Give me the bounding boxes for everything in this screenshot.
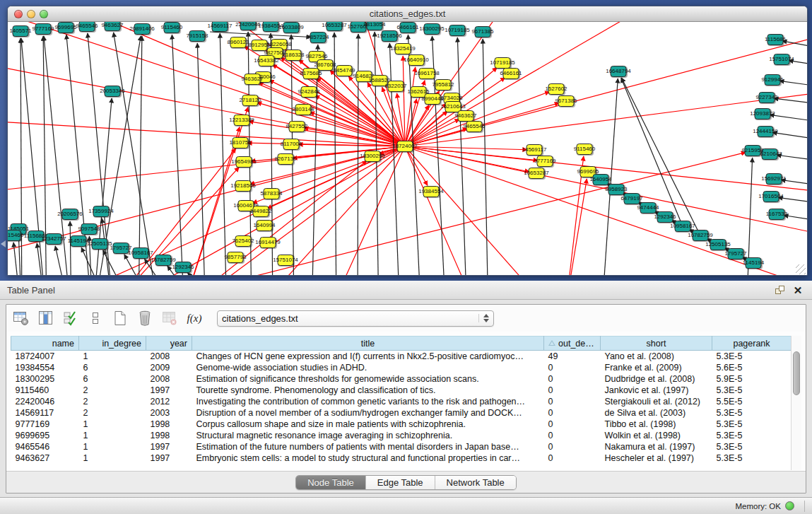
- graph-node[interactable]: 1449822: [253, 206, 269, 217]
- graph-node[interactable]: 1810755: [233, 137, 249, 148]
- graph-node[interactable]: 16648794: [611, 66, 627, 77]
- citation-edge-black[interactable]: [55, 246, 71, 276]
- graph-node[interactable]: 9129946: [765, 74, 781, 86]
- table-cell[interactable]: 22420046: [11, 396, 79, 407]
- graph-node[interactable]: 9097548: [81, 223, 98, 235]
- graph-node[interactable]: 1527602: [351, 22, 367, 33]
- graph-node[interactable]: 1167533: [769, 209, 785, 220]
- citation-edge-black[interactable]: [457, 37, 467, 276]
- table-cell[interactable]: 9465546: [11, 441, 79, 452]
- graph-node[interactable]: 19384554: [423, 186, 440, 197]
- column-select-button[interactable]: [61, 309, 80, 327]
- table-cell[interactable]: 18724007: [11, 351, 79, 362]
- graph-node[interactable]: 9463627: [458, 110, 474, 122]
- table-row[interactable]: 946362711997Embryonic stem cells: a mode…: [11, 452, 792, 464]
- citation-edge-red[interactable]: [8, 22, 405, 146]
- graph-node[interactable]: 12505135: [92, 238, 108, 250]
- memory-ok-icon[interactable]: [785, 501, 794, 510]
- citation-edge-black[interactable]: [782, 41, 807, 47]
- graph-node[interactable]: 10653287: [529, 168, 545, 179]
- table-cell[interactable]: 2009: [146, 362, 192, 373]
- graph-node[interactable]: 1795727: [728, 248, 744, 259]
- table-cell[interactable]: 0: [544, 373, 601, 385]
- table-cell[interactable]: 1997: [146, 441, 192, 452]
- table-cell[interactable]: 14569117: [11, 407, 79, 419]
- graph-node[interactable]: 8454749: [336, 65, 353, 76]
- vertical-scrollbar[interactable]: [791, 336, 801, 470]
- table-cell[interactable]: 0: [544, 419, 601, 430]
- citation-edge-black[interactable]: [770, 115, 807, 121]
- citation-edge-black[interactable]: [37, 243, 47, 276]
- graph-node[interactable]: 1795727: [113, 243, 129, 254]
- table-cell[interactable]: 2003: [146, 407, 192, 419]
- table-cell[interactable]: 1997: [146, 385, 192, 396]
- table-cell[interactable]: 1998: [146, 419, 192, 430]
- graph-node[interactable]: 14569117: [212, 22, 228, 32]
- float-panel-button[interactable]: [772, 284, 787, 296]
- column-visibility-button[interactable]: [37, 309, 55, 327]
- graph-node[interactable]: 1145194: [71, 235, 87, 247]
- close-window-button[interactable]: [14, 10, 23, 18]
- graph-node[interactable]: 9474444: [640, 202, 657, 214]
- graph-node[interactable]: 12093872: [755, 108, 771, 119]
- table-cell[interactable]: Hescheler et al. (1997): [601, 452, 712, 464]
- table-cell[interactable]: 9463627: [11, 452, 79, 464]
- graph-node[interactable]: 7955812: [435, 79, 452, 90]
- graph-node[interactable]: 8813054: [367, 22, 383, 30]
- graph-node[interactable]: 9671385: [558, 95, 575, 107]
- table-cell[interactable]: 5.3E-5: [712, 441, 792, 452]
- table-cell[interactable]: 19384554: [11, 362, 79, 373]
- graph-node[interactable]: 7915158: [189, 30, 206, 42]
- graph-node[interactable]: 16914479: [260, 237, 276, 248]
- row-height-button[interactable]: [86, 309, 105, 327]
- delete-column-button[interactable]: [136, 309, 154, 327]
- tab-network-table[interactable]: Network Table: [435, 476, 516, 489]
- table-cell[interactable]: 9699695: [11, 430, 79, 441]
- column-header-name[interactable]: name: [11, 337, 79, 351]
- table-cell[interactable]: 5.6E-5: [712, 362, 792, 373]
- graph-node[interactable]: 16640910: [408, 54, 425, 66]
- table-cell[interactable]: 0: [544, 362, 601, 373]
- graph-node[interactable]: 17359924: [93, 206, 110, 217]
- table-row[interactable]: 946554611997Estimation of the future num…: [11, 441, 792, 452]
- graph-node[interactable]: 7625402: [235, 235, 252, 247]
- column-header-title[interactable]: title: [192, 337, 544, 351]
- citation-edge-black[interactable]: [789, 61, 807, 64]
- graph-node[interactable]: 9777169: [537, 156, 553, 167]
- graph-node[interactable]: 9465546: [79, 22, 95, 32]
- table-row[interactable]: 2242004622012Investigating the contribut…: [11, 396, 792, 407]
- table-cell[interactable]: 5.3E-5: [712, 452, 792, 464]
- graph-node[interactable]: 9242848: [301, 86, 317, 98]
- table-cell[interactable]: 5.5E-5: [712, 396, 792, 407]
- table-cell[interactable]: 0: [544, 396, 601, 407]
- table-cell[interactable]: Corpus callosum shape and size in male p…: [192, 419, 544, 430]
- table-cell[interactable]: Dudbridge et al. (2008): [601, 373, 712, 385]
- table-cell[interactable]: Stergiakouli et al. (2012): [601, 396, 712, 407]
- table-row[interactable]: 911546021997Tourette syndrome. Phenomeno…: [11, 385, 792, 396]
- graph-node[interactable]: 1527602: [548, 83, 565, 95]
- tab-edge-table[interactable]: Edge Table: [366, 476, 435, 489]
- column-header-out_de[interactable]: out_de…: [544, 337, 601, 351]
- table-cell[interactable]: 1997: [146, 452, 192, 464]
- graph-node[interactable]: 17016504: [763, 191, 779, 202]
- table-cell[interactable]: 1: [79, 351, 146, 362]
- table-cell[interactable]: Tibbo et al. (1998): [601, 419, 712, 430]
- graph-node[interactable]: 15692971: [766, 173, 782, 185]
- citation-edge-red[interactable]: [405, 146, 428, 185]
- table-cell[interactable]: Estimation of the future numbers of pati…: [192, 441, 544, 452]
- graph-node[interactable]: 1640954: [593, 174, 609, 185]
- graph-node[interactable]: 19218506: [235, 180, 252, 192]
- graph-node[interactable]: 19218506: [382, 30, 398, 42]
- citation-edge-black[interactable]: [778, 197, 807, 202]
- graph-node[interactable]: 9465546: [466, 121, 483, 132]
- table-cell[interactable]: 2: [79, 396, 146, 407]
- graph-node[interactable]: 1115686: [767, 34, 784, 45]
- graph-node[interactable]: 10958167: [133, 247, 149, 259]
- table-cell[interactable]: 5.9E-5: [712, 373, 792, 385]
- graph-node[interactable]: 10719185: [449, 25, 466, 36]
- table-cell[interactable]: 0: [544, 452, 601, 464]
- table-cell[interactable]: 1: [79, 430, 146, 441]
- table-cell[interactable]: 0: [544, 385, 601, 396]
- column-header-year[interactable]: year: [146, 337, 192, 351]
- table-selector-dropdown[interactable]: citations_edges.txt: [217, 310, 494, 327]
